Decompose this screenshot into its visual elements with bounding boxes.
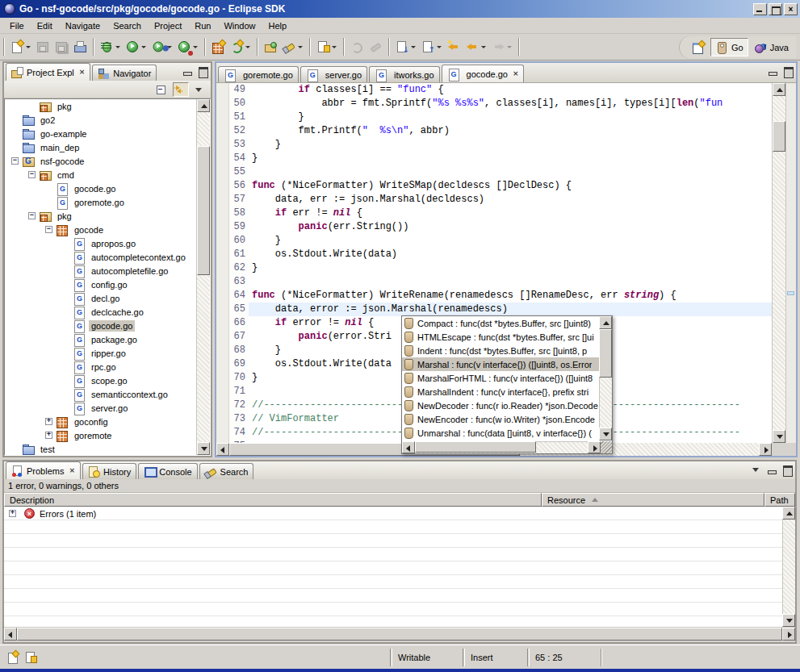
perspective-java[interactable]: Java [750,38,793,56]
completion-item[interactable]: Unmarshal : func(data []uint8, v interfa… [402,426,599,440]
back-dropdown-icon[interactable] [480,40,487,53]
overview-ruler[interactable] [785,83,796,443]
run-button[interactable] [124,37,149,56]
editor-tab-gocode-go[interactable]: gocode.go× [442,65,525,82]
problems-row[interactable]: +×Errors (1 item) [4,507,782,520]
tree-item[interactable]: decl.go [5,291,196,305]
tree-item[interactable]: main_dep [5,140,196,154]
next-annotation-dropdown-icon[interactable] [409,40,417,53]
popup-vertical-scrollbar[interactable] [599,316,612,440]
project-tree[interactable]: pkggo2go-examplemain_dep−nsf-gocode−cmdg… [5,99,196,455]
annotations-dropdown-icon[interactable] [330,40,337,53]
minimize-view-button[interactable] [181,65,194,77]
tree-scrollbar[interactable] [196,99,210,455]
scrollbar-thumb[interactable] [17,628,782,641]
maximize-view-button[interactable] [781,464,794,475]
scroll-right-icon[interactable] [759,443,772,456]
open-resource-button[interactable] [262,37,280,56]
scrollbar-thumb[interactable] [415,441,536,453]
tree-item[interactable]: pkg [5,99,196,113]
completion-item[interactable]: Compact : func(dst *bytes.Buffer, src []… [402,316,599,330]
scroll-down-icon[interactable] [773,430,785,443]
problems-horizontal-scrollbar[interactable] [4,627,795,641]
scroll-down-icon[interactable] [782,614,795,627]
external-tools-button[interactable] [175,37,201,56]
link-with-editor-button[interactable] [173,82,189,97]
menu-run[interactable]: Run [188,19,217,32]
view-tab-project-expl[interactable]: Project Expl× [6,63,90,81]
tree-item[interactable]: +goconfig [5,415,196,428]
open-perspective-button[interactable] [688,38,709,56]
completion-item[interactable]: NewDecoder : func(r io.Reader) *json.Dec… [402,399,599,412]
completion-item[interactable]: MarshalForHTML : func(v interface{}) ([]… [402,371,599,385]
tree-item[interactable]: config.go [5,278,196,291]
scroll-right-icon[interactable] [782,628,795,641]
annotation-ruler[interactable] [216,83,229,443]
menu-help[interactable]: Help [262,19,294,32]
tree-item[interactable]: apropos.go [5,236,196,250]
collapse-all-button[interactable] [154,82,170,97]
tree-item[interactable]: goremote.go [5,195,196,209]
editor-tab-itworks-go[interactable]: itworks.go [369,66,440,82]
close-icon[interactable]: × [67,467,75,474]
menu-file[interactable]: File [3,19,31,32]
new-go-package-button[interactable] [209,37,228,56]
tree-item[interactable]: scope.go [5,374,196,387]
expand-toggle[interactable]: + [45,432,52,439]
debug-button[interactable] [98,37,124,56]
tree-item[interactable]: gocode.go [5,319,196,332]
tree-item[interactable]: semanticcontext.go [5,387,196,401]
tree-item[interactable]: ripper.go [5,346,196,360]
scrollbar-thumb[interactable] [773,121,785,152]
completion-item[interactable]: MarshalIndent : func(v interface{}, pref… [402,385,599,399]
expand-toggle[interactable]: + [45,418,52,425]
menu-search[interactable]: Search [107,19,148,32]
back-button[interactable] [463,37,489,56]
tree-item[interactable]: +goremote [5,428,196,442]
minimize-editor-button[interactable] [766,65,779,77]
maximize-editor-button[interactable] [781,65,794,77]
expand-toggle[interactable]: − [45,226,52,233]
scrollbar-thumb[interactable] [197,146,210,275]
column-header-path[interactable]: Path [764,493,795,507]
maximize-button[interactable] [769,3,782,15]
tree-item[interactable]: −cmd [5,168,196,182]
tree-item[interactable]: go-example [5,127,196,140]
tree-item[interactable]: server.go [5,401,196,415]
expand-toggle[interactable]: + [9,510,16,517]
scroll-left-icon[interactable] [4,628,17,641]
menu-navigate[interactable]: Navigate [59,19,107,32]
column-header-description[interactable]: Description [4,493,542,507]
expand-toggle[interactable]: − [28,171,36,178]
run-dropdown-icon[interactable] [140,40,147,53]
view-tab-search[interactable]: Search [199,463,254,479]
popup-horizontal-scrollbar[interactable] [402,441,601,453]
external-tools-dropdown-icon[interactable] [191,40,199,53]
editor-tab-goremote-go[interactable]: goremote.go [218,66,299,82]
print-button[interactable] [71,37,90,56]
save-button[interactable] [34,37,52,56]
editor-vertical-scrollbar[interactable] [772,83,785,443]
minimize-button[interactable] [753,3,767,15]
completion-item[interactable]: NewEncoder : func(w io.Writer) *json.Enc… [402,412,599,426]
tree-item[interactable]: go2 [5,113,196,127]
tree-item[interactable]: autocompletecontext.go [5,250,196,264]
tree-item[interactable]: rpc.go [5,360,196,374]
tree-item[interactable]: −gocode [5,223,196,236]
completion-item[interactable]: Marshal : func(v interface{}) ([]uint8, … [402,357,599,371]
completion-item[interactable]: Indent : func(dst *bytes.Buffer, src []u… [402,344,599,357]
fast-view-icon[interactable] [6,651,19,664]
popup-resize-grip[interactable] [601,441,612,453]
go-build-button[interactable] [228,37,253,56]
annotations-button[interactable] [314,37,340,56]
annotations-icon[interactable] [24,651,37,664]
view-tab-history[interactable]: History [82,463,136,479]
last-edit-location-button[interactable] [445,37,463,56]
tree-item[interactable]: autocompletefile.go [5,264,196,278]
close-icon[interactable]: × [77,69,86,76]
view-menu-icon[interactable] [750,464,763,475]
scroll-up-icon[interactable] [782,507,795,520]
tree-item[interactable]: gocode.go [5,182,196,195]
tree-item[interactable]: −pkg [5,209,196,223]
menu-edit[interactable]: Edit [31,19,59,32]
